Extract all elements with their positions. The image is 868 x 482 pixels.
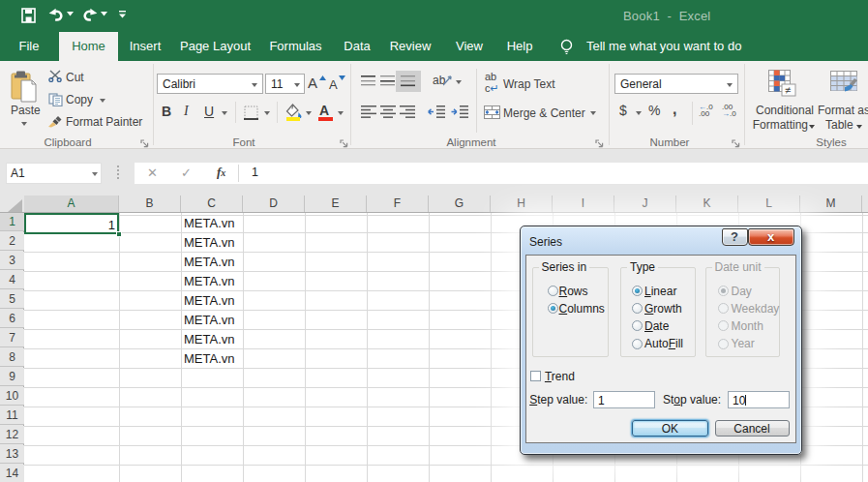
svg-text:≠: ≠	[785, 84, 791, 96]
